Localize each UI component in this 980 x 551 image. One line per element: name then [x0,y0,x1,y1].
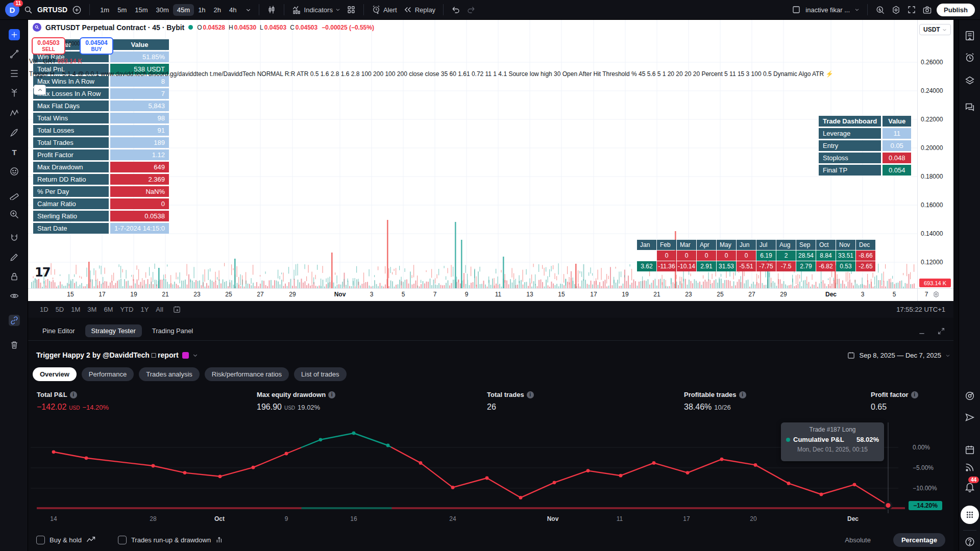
chart-title[interactable]: GRTUSDT Perpetual Contract · 45 · Bybit [45,23,184,32]
range-1m[interactable]: 1M [67,304,84,315]
strategy-title-row[interactable]: Trigger Happy 2 by @DaviddTech □ report [36,351,198,359]
timeframe-15m[interactable]: 15m [131,4,152,16]
buy-hold-checkbox[interactable] [36,536,45,544]
collapse-table-button[interactable] [34,85,46,95]
redo-icon[interactable] [465,4,477,16]
tab-pine-editor[interactable]: Pine Editor [36,324,81,337]
timeframe-45m[interactable]: 45m [173,4,194,16]
timeframe-30m[interactable]: 30m [152,4,173,16]
range-all[interactable]: All [152,304,166,315]
streams-icon[interactable] [964,462,975,473]
brush-tool-icon[interactable] [9,127,20,138]
currency-selector[interactable]: USDT [919,24,951,35]
range-6m[interactable]: 6M [100,304,116,315]
clock-label[interactable]: 17:55:22 UTC+1 [896,306,945,313]
replay-button[interactable]: Replay [402,4,437,16]
range-1y[interactable]: 1Y [137,304,152,315]
date-range-selector[interactable]: Sep 8, 2025 — Dec 7, 2025 [847,351,950,360]
chevron-down-icon[interactable] [853,6,861,14]
timeframe-4h[interactable]: 4h [225,4,240,16]
tab-strategy-tester[interactable]: Strategy Tester [85,324,142,337]
percentage-mode-button[interactable]: Percentage [893,533,945,547]
subtab-trades-analysis[interactable]: Trades analysis [139,367,200,381]
tab-trading-panel[interactable]: Trading Panel [146,324,199,337]
scanner-icon[interactable] [964,390,975,402]
watchlist-icon[interactable] [964,30,975,41]
avatar[interactable]: D 11 [5,3,19,17]
chart-style-icon[interactable] [265,4,278,16]
trend-line-tool-icon[interactable] [9,48,20,60]
alerts-panel-icon[interactable] [964,52,975,63]
object-tree-icon[interactable] [964,75,975,86]
add-symbol-icon[interactable] [70,4,83,16]
chevron-down-icon[interactable] [244,6,253,14]
subtab-overview[interactable]: Overview [33,367,77,381]
lock-tool-icon[interactable] [9,271,20,282]
fullscreen-icon[interactable] [905,4,918,16]
timeframe-2h[interactable]: 2h [210,4,225,16]
chat-icon[interactable] [964,102,975,113]
sell-button[interactable]: 0.04503SELL [32,37,65,55]
magnet-tool-icon[interactable] [9,232,20,243]
templates-grid-icon[interactable] [345,4,357,16]
range-3m[interactable]: 3M [84,304,100,315]
tradingview-logo[interactable]: 17 [35,265,50,280]
settings-gear-icon[interactable] [890,4,902,16]
alert-button[interactable]: Alert [370,4,399,16]
calendar-panel-icon[interactable] [964,444,975,456]
edit-tool-icon[interactable] [9,252,20,263]
publish-button[interactable]: Publish [937,4,975,16]
measure-tool-icon[interactable] [9,189,20,201]
search-icon[interactable] [22,4,34,16]
subtab-list-of-trades[interactable]: List of trades [294,367,346,381]
info-icon[interactable]: i [527,391,534,398]
runup-drawdown-toggle[interactable]: Trades run-up & drawdown [118,536,224,544]
info-icon[interactable]: i [328,391,335,398]
subtab-performance[interactable]: Performance [82,367,134,381]
strategy-report-icon[interactable] [182,352,189,359]
zoom-in-tool-icon[interactable] [9,209,20,220]
help-icon[interactable] [964,536,975,547]
emoji-tool-icon[interactable] [9,166,20,177]
symbol-search[interactable]: GRTUSD [37,6,67,14]
market-status-dot[interactable] [188,25,193,30]
ideas-icon[interactable] [964,412,975,423]
volume-legend[interactable]: Vol · GRT 693.14 K [29,58,82,65]
absolute-mode-button[interactable]: Absolute [845,536,871,544]
info-icon[interactable]: i [911,391,918,398]
runup-checkbox[interactable] [118,536,127,544]
sync-link-icon[interactable] [9,315,20,326]
cursor-tool-icon[interactable] [9,29,20,40]
hide-tool-icon[interactable] [9,290,20,302]
notifications-bell-icon[interactable]: 44 [964,481,975,492]
timeframe-1h[interactable]: 1h [194,4,209,16]
timeframe-5m[interactable]: 5m [113,4,131,16]
buy-hold-toggle[interactable]: Buy & hold [36,536,95,544]
fib-tool-icon[interactable] [9,68,20,79]
maximize-panel-icon[interactable] [937,327,945,335]
camera-icon[interactable] [921,4,934,16]
indicators-icon[interactable]: Indicators [290,4,342,16]
range-1d[interactable]: 1D [36,304,52,315]
pitchfork-tool-icon[interactable] [9,87,20,98]
go-to-date-icon[interactable] [171,304,183,315]
timeframe-1m[interactable]: 1m [96,4,113,16]
indicator-legend[interactable]: Trigger H… 5.1.4 @ 0.0.1 www.davidd.tech… [29,70,833,78]
info-icon[interactable]: i [70,391,77,398]
minimize-panel-icon[interactable] [918,327,926,335]
pattern-tool-icon[interactable] [9,108,20,119]
undo-icon[interactable] [450,4,462,16]
info-icon[interactable]: i [739,391,746,398]
buy-button[interactable]: 0.04504BUY [80,37,113,55]
subtab-risk-performance-ratios[interactable]: Risk/performance ratios [205,367,289,381]
layout-name[interactable]: inactive fikar ... [805,6,850,14]
range-ytd[interactable]: YTD [116,304,137,315]
range-5d[interactable]: 5D [52,304,68,315]
quick-search-icon[interactable] [874,4,887,16]
text-tool-icon[interactable]: T [9,146,20,158]
axis-settings-gear-icon[interactable] [932,290,940,298]
layout-square-icon[interactable] [790,4,802,16]
apps-menu-icon[interactable] [961,506,979,524]
chart-legend[interactable]: GRTUSDT Perpetual Contract · 45 · Bybit … [33,23,374,32]
remove-drawings-icon[interactable] [9,339,20,350]
